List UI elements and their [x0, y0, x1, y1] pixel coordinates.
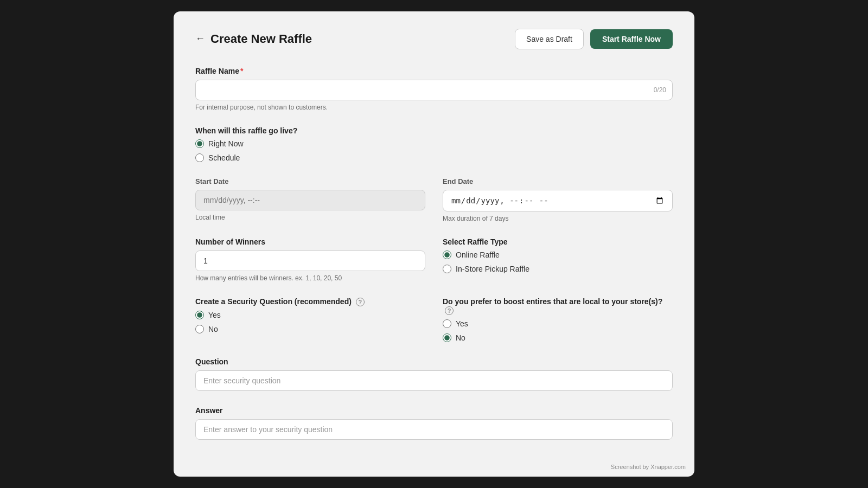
security-question-section: Create a Security Question (recommended)…	[195, 297, 425, 342]
raffle-type-instore[interactable]: In-Store Pickup Raffle	[443, 265, 673, 273]
boost-local-no[interactable]: No	[443, 333, 673, 342]
raffle-type-label: Select Raffle Type	[443, 237, 673, 246]
raffle-name-input-wrapper: 0/20	[195, 80, 673, 100]
go-live-right-now-radio[interactable]	[195, 139, 204, 148]
go-live-schedule-label: Schedule	[208, 153, 240, 162]
raffle-type-online-radio[interactable]	[443, 251, 451, 259]
security-question-yes[interactable]: Yes	[195, 311, 425, 319]
winners-section: Number of Winners How many entries will …	[195, 237, 425, 282]
boost-local-radio-group: Yes No	[443, 319, 673, 342]
question-label: Question	[195, 357, 673, 366]
winners-input[interactable]	[195, 251, 425, 271]
start-date-section: Start Date Local time	[195, 177, 425, 222]
raffle-type-online-label: Online Raffle	[456, 251, 500, 259]
raffle-name-hint: For internal purpose, not shown to custo…	[195, 104, 673, 111]
security-question-yes-radio[interactable]	[195, 311, 204, 319]
start-date-input	[195, 190, 425, 210]
security-question-yes-label: Yes	[208, 311, 221, 319]
boost-local-yes[interactable]: Yes	[443, 319, 673, 328]
start-date-label: Start Date	[195, 177, 425, 185]
boost-local-no-radio[interactable]	[443, 333, 451, 342]
raffle-type-instore-label: In-Store Pickup Raffle	[456, 265, 529, 273]
save-draft-button[interactable]: Save as Draft	[515, 29, 584, 49]
raffle-type-radio-group: Online Raffle In-Store Pickup Raffle	[443, 251, 673, 273]
answer-input[interactable]	[195, 419, 673, 440]
question-section: Question	[195, 357, 673, 391]
end-date-label: End Date	[443, 177, 673, 185]
end-date-hint: Max duration of 7 days	[443, 215, 673, 222]
security-question-no[interactable]: No	[195, 325, 425, 333]
security-question-no-label: No	[208, 325, 218, 333]
answer-section: Answer	[195, 406, 673, 440]
go-live-right-now-label: Right Now	[208, 139, 244, 148]
header-left: ← Create New Raffle	[195, 32, 312, 46]
page-container: ← Create New Raffle Save as Draft Start …	[174, 11, 694, 477]
question-input[interactable]	[195, 370, 673, 391]
required-marker: *	[240, 67, 243, 75]
winners-hint: How many entries will be winners. ex. 1,…	[195, 274, 425, 282]
security-boost-row: Create a Security Question (recommended)…	[195, 297, 673, 342]
end-date-section: End Date Max duration of 7 days	[443, 177, 673, 222]
raffle-name-section: Raffle Name* 0/20 For internal purpose, …	[195, 67, 673, 111]
back-button[interactable]: ←	[195, 33, 205, 44]
boost-local-no-label: No	[456, 333, 465, 342]
raffle-name-counter: 0/20	[654, 86, 666, 94]
security-question-radio-group: Yes No	[195, 311, 425, 333]
raffle-type-instore-radio[interactable]	[443, 265, 451, 273]
winners-type-row: Number of Winners How many entries will …	[195, 237, 673, 282]
go-live-label: When will this raffle go live?	[195, 126, 673, 135]
go-live-section: When will this raffle go live? Right Now…	[195, 126, 673, 162]
screenshot-credit: Screenshot by Xnapper.com	[611, 464, 686, 470]
go-live-schedule-radio[interactable]	[195, 153, 204, 162]
raffle-type-online[interactable]: Online Raffle	[443, 251, 673, 259]
boost-local-section: Do you prefer to boost entires that are …	[443, 297, 673, 342]
boost-local-tooltip-icon: ?	[445, 306, 454, 315]
raffle-name-label: Raffle Name*	[195, 67, 673, 75]
page-header: ← Create New Raffle Save as Draft Start …	[195, 29, 673, 49]
answer-label: Answer	[195, 406, 673, 415]
page-title: Create New Raffle	[210, 32, 312, 46]
header-actions: Save as Draft Start Raffle Now	[515, 29, 673, 49]
boost-local-yes-radio[interactable]	[443, 319, 451, 328]
raffle-name-input[interactable]	[195, 80, 673, 100]
start-raffle-button[interactable]: Start Raffle Now	[590, 29, 673, 49]
security-question-no-radio[interactable]	[195, 325, 204, 333]
security-question-tooltip-icon: ?	[356, 298, 365, 306]
go-live-right-now[interactable]: Right Now	[195, 139, 673, 148]
go-live-radio-group: Right Now Schedule	[195, 139, 673, 162]
security-question-label: Create a Security Question (recommended)…	[195, 297, 425, 306]
raffle-type-section: Select Raffle Type Online Raffle In-Stor…	[443, 237, 673, 282]
winners-label: Number of Winners	[195, 237, 425, 246]
go-live-schedule[interactable]: Schedule	[195, 153, 673, 162]
date-row: Start Date Local time End Date Max durat…	[195, 177, 673, 222]
end-date-input[interactable]	[443, 190, 673, 211]
boost-local-yes-label: Yes	[456, 319, 468, 328]
start-date-hint: Local time	[195, 214, 425, 221]
boost-local-label: Do you prefer to boost entires that are …	[443, 297, 673, 315]
